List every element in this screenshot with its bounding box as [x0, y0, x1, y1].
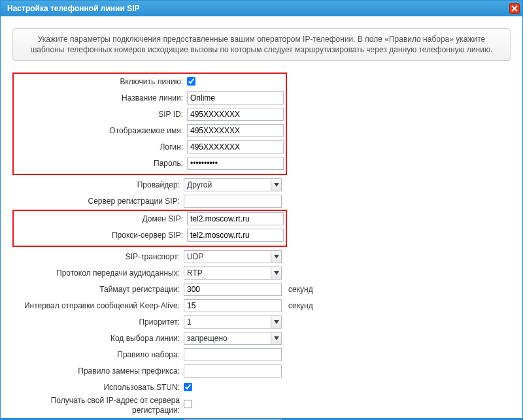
reg-server-input[interactable] [184, 195, 282, 208]
proxy-input[interactable] [187, 229, 284, 242]
display-name-input[interactable] [187, 124, 284, 137]
password-input[interactable] [187, 157, 284, 170]
label-password: Пароль: [16, 159, 187, 168]
label-priority: Приоритет: [12, 317, 184, 327]
domain-input[interactable] [187, 212, 284, 225]
login-input[interactable] [187, 140, 284, 153]
label-reg-server: Сервер регистрации SIP: [12, 197, 184, 206]
label-keepalive: Интервал отправки сообщений Keep-Alive: [12, 301, 184, 310]
provider-select[interactable]: Другой [184, 178, 282, 191]
close-button[interactable] [509, 3, 520, 14]
label-proxy: Прокси-сервер SIP: [16, 231, 187, 240]
ip-from-reg-checkbox[interactable] [184, 400, 192, 408]
label-use-stun: Использовать STUN: [12, 383, 184, 392]
label-reg-timeout: Таймаут регистрации: [12, 285, 184, 294]
line-select-value: запрещено [184, 332, 271, 344]
label-ip-from-reg: Получать свой IP-адрес от сервера регист… [12, 396, 184, 415]
priority-select[interactable]: 1 [184, 315, 282, 329]
label-audio-proto: Протокол передачи аудиоданных: [12, 268, 184, 278]
label-provider: Провайдер: [12, 180, 184, 189]
provider-select-value: Другой [184, 179, 271, 191]
audio-proto-select-value: RTP [184, 267, 271, 279]
use-stun-checkbox[interactable] [184, 383, 192, 391]
titlebar: Настройка телефонной линии SIP [1, 1, 522, 16]
label-line-name: Название линии: [16, 93, 187, 103]
keepalive-unit: секунд [288, 301, 313, 310]
hint-text: Укажите параметры подключения предоставл… [12, 28, 511, 61]
chevron-down-icon [271, 179, 281, 191]
chevron-down-icon [271, 316, 281, 328]
priority-select-value: 1 [184, 316, 271, 328]
label-dial-rule: Правило набора: [12, 350, 184, 359]
label-display-name: Отображаемое имя: [16, 126, 187, 135]
enable-checkbox[interactable] [187, 77, 195, 86]
label-transport: SIP-транспорт: [12, 252, 184, 261]
window-title: Настройка телефонной линии SIP [7, 4, 140, 13]
keepalive-input[interactable] [184, 299, 282, 312]
chevron-down-icon [271, 251, 281, 263]
transport-select-value: UDP [184, 251, 271, 263]
label-line-select: Код выбора линии: [12, 334, 184, 343]
label-enable: Включить линию: [16, 77, 187, 86]
audio-proto-select[interactable]: RTP [184, 267, 282, 280]
reg-timeout-input[interactable] [184, 283, 282, 296]
label-domain: Домен SIP: [16, 214, 187, 223]
label-login: Логин: [16, 142, 187, 152]
dialog-content: Укажите параметры подключения предоставл… [1, 16, 522, 420]
label-prefix-rule: Правило замены префикса: [12, 366, 184, 376]
prefix-rule-input[interactable] [184, 364, 282, 378]
label-sip-id: SIP ID: [16, 110, 187, 119]
chevron-down-icon [271, 267, 281, 279]
transport-select[interactable]: UDP [184, 250, 282, 263]
line-select-code[interactable]: запрещено [184, 332, 282, 345]
close-icon [511, 5, 518, 12]
line-name-input[interactable] [187, 91, 284, 105]
dial-rule-input[interactable] [184, 348, 282, 361]
chevron-down-icon [271, 332, 281, 344]
reg-timeout-unit: секунд [288, 285, 313, 294]
sip-id-input[interactable] [187, 108, 284, 121]
dialog-window: Настройка телефонной линии SIP Укажите п… [0, 0, 523, 420]
